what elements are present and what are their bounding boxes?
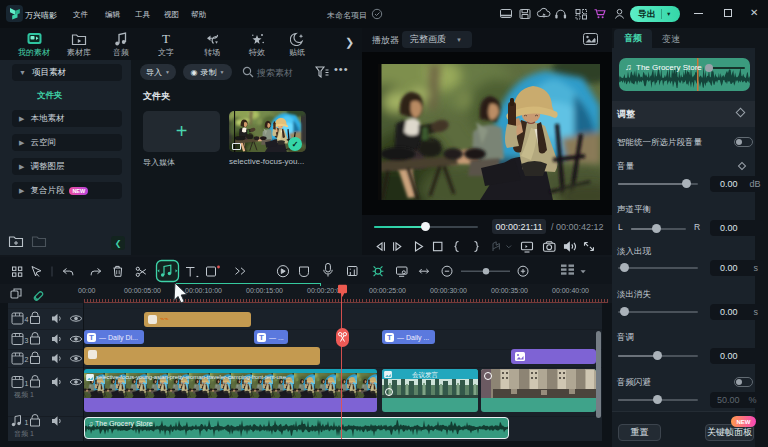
svg-text:4: 4 [25, 316, 29, 323]
svg-text:3: 3 [25, 337, 29, 344]
svg-text:1: 1 [25, 419, 29, 426]
svg-text:视频 1: 视频 1 [14, 391, 34, 399]
svg-text:2: 2 [25, 356, 29, 363]
svg-text:1: 1 [25, 380, 29, 387]
svg-text:音频 1: 音频 1 [14, 430, 34, 438]
